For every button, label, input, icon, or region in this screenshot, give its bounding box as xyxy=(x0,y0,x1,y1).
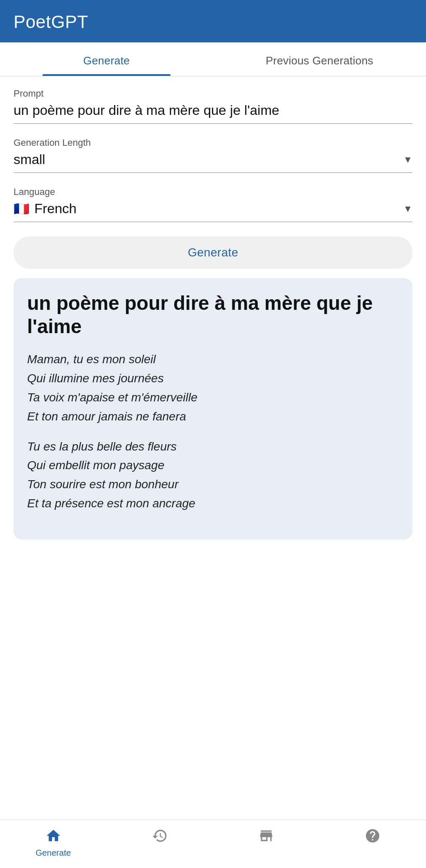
poem-line: Et ton amour jamais ne fanera xyxy=(27,407,399,426)
tab-generate[interactable]: Generate xyxy=(0,42,213,76)
prompt-input[interactable]: un poème pour dire à ma mère que je l'ai… xyxy=(14,103,412,124)
poem-line: Qui illumine mes journées xyxy=(27,369,399,388)
tab-bar: Generate Previous Generations xyxy=(0,42,426,76)
bottom-nav: Generate xyxy=(0,820,426,868)
nav-item-history[interactable] xyxy=(106,828,213,858)
poem-line: Maman, tu es mon soleil xyxy=(27,350,399,369)
help-icon xyxy=(365,828,381,846)
generation-length-dropdown[interactable]: small ▼ xyxy=(14,152,412,173)
poem-line: Tu es la plus belle des fleurs xyxy=(27,437,399,456)
poem-card: un poème pour dire à ma mère que je l'ai… xyxy=(14,278,412,540)
header: PoetGPT xyxy=(0,0,426,42)
generate-button[interactable]: Generate xyxy=(14,236,412,269)
generation-length-label: Generation Length xyxy=(14,137,412,148)
language-value-container: 🇫🇷 French xyxy=(14,201,77,217)
nav-item-store[interactable] xyxy=(213,828,320,858)
language-dropdown[interactable]: 🇫🇷 French ▼ xyxy=(14,201,412,222)
poem-line: Ta voix m'apaise et m'émerveille xyxy=(27,388,399,407)
poem-stanza-1: Maman, tu es mon soleil Qui illumine mes… xyxy=(27,350,399,426)
generation-length-value: small xyxy=(14,152,45,167)
nav-item-help[interactable] xyxy=(320,828,426,858)
nav-item-generate[interactable]: Generate xyxy=(0,828,106,858)
language-label: Language xyxy=(14,186,412,198)
poem-line: Ton sourire est mon bonheur xyxy=(27,475,399,494)
nav-label-generate: Generate xyxy=(36,848,71,858)
poem-stanza-2: Tu es la plus belle des fleurs Qui embel… xyxy=(27,437,399,513)
prompt-label: Prompt xyxy=(14,88,412,99)
language-value: French xyxy=(34,201,77,217)
tab-previous-generations[interactable]: Previous Generations xyxy=(213,42,426,76)
flag-icon: 🇫🇷 xyxy=(14,201,29,216)
app-title: PoetGPT xyxy=(14,12,88,32)
language-group: Language 🇫🇷 French ▼ xyxy=(14,186,412,222)
poem-line: Et ta présence est mon ancrage xyxy=(27,494,399,513)
home-icon xyxy=(45,828,61,846)
prompt-group: Prompt un poème pour dire à ma mère que … xyxy=(14,88,412,124)
generation-length-group: Generation Length small ▼ xyxy=(14,137,412,173)
store-icon xyxy=(258,828,274,846)
generate-button-container: Generate xyxy=(14,236,412,269)
chevron-down-icon: ▼ xyxy=(403,154,412,165)
main-content: Prompt un poème pour dire à ma mère que … xyxy=(0,76,426,820)
poem-title: un poème pour dire à ma mère que je l'ai… xyxy=(27,292,399,338)
chevron-down-icon: ▼ xyxy=(403,203,412,214)
poem-line: Qui embellit mon paysage xyxy=(27,456,399,475)
history-icon xyxy=(152,828,168,846)
